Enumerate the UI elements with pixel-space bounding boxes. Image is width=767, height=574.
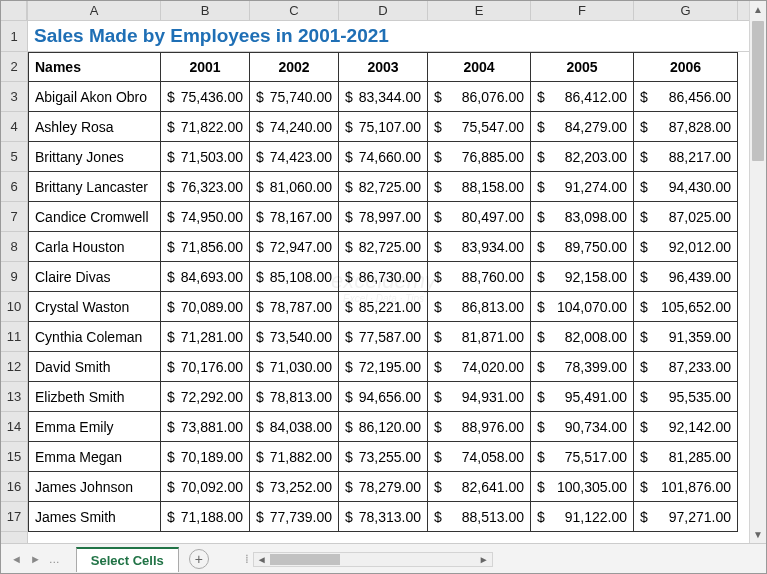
table-row[interactable]: Brittany Lancaster$76,323.00$81,060.00$8…	[28, 172, 749, 202]
row-header[interactable]: 5	[1, 142, 27, 172]
row-header[interactable]: 15	[1, 442, 27, 472]
row-header[interactable]: 4	[1, 112, 27, 142]
cell-name[interactable]: Ashley Rosa	[28, 112, 161, 142]
cell-value[interactable]: $87,025.00	[634, 202, 738, 232]
cell-value[interactable]: $72,947.00	[250, 232, 339, 262]
table-row[interactable]: James Johnson$70,092.00$73,252.00$78,279…	[28, 472, 749, 502]
column-header[interactable]: E	[428, 1, 531, 20]
cell-value[interactable]: $71,503.00	[161, 142, 250, 172]
row-header[interactable]: 8	[1, 232, 27, 262]
cell-value[interactable]: $86,412.00	[531, 82, 634, 112]
cell-value[interactable]: $86,076.00	[428, 82, 531, 112]
cell-name[interactable]: Emma Emily	[28, 412, 161, 442]
table-header-row[interactable]: Names200120022003200420052006	[28, 52, 749, 82]
cell-value[interactable]: $87,233.00	[634, 352, 738, 382]
row-header[interactable]: 3	[1, 82, 27, 112]
cell-value[interactable]: $94,656.00	[339, 382, 428, 412]
cell-value[interactable]: $75,436.00	[161, 82, 250, 112]
cell-value[interactable]: $73,540.00	[250, 322, 339, 352]
header-year[interactable]: 2006	[634, 52, 738, 82]
cell-name[interactable]: David Smith	[28, 352, 161, 382]
table-row[interactable]: Candice Cromwell$74,950.00$78,167.00$78,…	[28, 202, 749, 232]
cell-value[interactable]: $74,020.00	[428, 352, 531, 382]
header-year[interactable]: 2001	[161, 52, 250, 82]
row-header[interactable]: 13	[1, 382, 27, 412]
table-row[interactable]: Crystal Waston$70,089.00$78,787.00$85,22…	[28, 292, 749, 322]
cell-value[interactable]: $75,740.00	[250, 82, 339, 112]
cell-value[interactable]: $81,060.00	[250, 172, 339, 202]
table-row[interactable]: Abigail Akon Obro$75,436.00$75,740.00$83…	[28, 82, 749, 112]
cell-value[interactable]: $88,760.00	[428, 262, 531, 292]
select-all-corner[interactable]	[1, 1, 27, 21]
cell-value[interactable]: $74,240.00	[250, 112, 339, 142]
cell-value[interactable]: $91,122.00	[531, 502, 634, 532]
row-header[interactable]: 2	[1, 52, 27, 82]
cell-name[interactable]: Crystal Waston	[28, 292, 161, 322]
tab-nav-next-icon[interactable]: ►	[30, 553, 41, 565]
cell-value[interactable]: $75,517.00	[531, 442, 634, 472]
table-row[interactable]: Emma Megan$70,189.00$71,882.00$73,255.00…	[28, 442, 749, 472]
cell-value[interactable]: $88,513.00	[428, 502, 531, 532]
cell-value[interactable]: $88,158.00	[428, 172, 531, 202]
tab-nav-prev-icon[interactable]: ◄	[11, 553, 22, 565]
cell-value[interactable]: $82,008.00	[531, 322, 634, 352]
row-header[interactable]: 9	[1, 262, 27, 292]
cell-name[interactable]: Cynthia Coleman	[28, 322, 161, 352]
cell-value[interactable]: $71,882.00	[250, 442, 339, 472]
cell-value[interactable]: $91,359.00	[634, 322, 738, 352]
cell-value[interactable]: $97,271.00	[634, 502, 738, 532]
cell-value[interactable]: $71,281.00	[161, 322, 250, 352]
table-row[interactable]: David Smith$70,176.00$71,030.00$72,195.0…	[28, 352, 749, 382]
cell-value[interactable]: $87,828.00	[634, 112, 738, 142]
cell-value[interactable]: $74,423.00	[250, 142, 339, 172]
cell-value[interactable]: $71,822.00	[161, 112, 250, 142]
table-row[interactable]: James Smith$71,188.00$77,739.00$78,313.0…	[28, 502, 749, 532]
cell-value[interactable]: $82,725.00	[339, 232, 428, 262]
row-header[interactable]: 14	[1, 412, 27, 442]
cell-value[interactable]: $75,107.00	[339, 112, 428, 142]
cell-value[interactable]: $92,142.00	[634, 412, 738, 442]
cell-value[interactable]: $81,871.00	[428, 322, 531, 352]
cell-value[interactable]: $92,012.00	[634, 232, 738, 262]
cell-value[interactable]: $75,547.00	[428, 112, 531, 142]
cell-value[interactable]: $100,305.00	[531, 472, 634, 502]
cell-value[interactable]: $101,876.00	[634, 472, 738, 502]
scroll-down-icon[interactable]: ▼	[750, 526, 766, 543]
scroll-right-icon[interactable]: ►	[476, 554, 492, 565]
cell-value[interactable]: $88,976.00	[428, 412, 531, 442]
cell-value[interactable]: $84,693.00	[161, 262, 250, 292]
table-row[interactable]: Claire Divas$84,693.00$85,108.00$86,730.…	[28, 262, 749, 292]
cell-value[interactable]: $78,167.00	[250, 202, 339, 232]
splitter-grip-icon[interactable]: ⁞	[239, 552, 253, 566]
row-header[interactable]: 16	[1, 472, 27, 502]
row-header[interactable]: 11	[1, 322, 27, 352]
cell-name[interactable]: Carla Houston	[28, 232, 161, 262]
cell-value[interactable]: $104,070.00	[531, 292, 634, 322]
cell-value[interactable]: $70,089.00	[161, 292, 250, 322]
cell-value[interactable]: $83,098.00	[531, 202, 634, 232]
cell-value[interactable]: $82,641.00	[428, 472, 531, 502]
cell-value[interactable]: $78,279.00	[339, 472, 428, 502]
cell-value[interactable]: $70,092.00	[161, 472, 250, 502]
vertical-scrollbar[interactable]: ▲ ▼	[749, 1, 766, 543]
horizontal-scrollbar[interactable]: ◄ ►	[253, 552, 493, 567]
cell-value[interactable]: $85,108.00	[250, 262, 339, 292]
table-row[interactable]: Brittany Jones$71,503.00$74,423.00$74,66…	[28, 142, 749, 172]
cell-value[interactable]: $96,439.00	[634, 262, 738, 292]
cell-value[interactable]: $82,725.00	[339, 172, 428, 202]
cell-value[interactable]: $72,292.00	[161, 382, 250, 412]
scroll-up-icon[interactable]: ▲	[750, 1, 766, 18]
cell-value[interactable]: $71,188.00	[161, 502, 250, 532]
cell-value[interactable]: $92,158.00	[531, 262, 634, 292]
column-header[interactable]: G	[634, 1, 738, 20]
cell-value[interactable]: $78,813.00	[250, 382, 339, 412]
cell-name[interactable]: Candice Cromwell	[28, 202, 161, 232]
row-header[interactable]: 6	[1, 172, 27, 202]
table-row[interactable]: Ashley Rosa$71,822.00$74,240.00$75,107.0…	[28, 112, 749, 142]
cell-value[interactable]: $74,058.00	[428, 442, 531, 472]
table-row[interactable]: Emma Emily$73,881.00$84,038.00$86,120.00…	[28, 412, 749, 442]
title-row[interactable]: Sales Made by Employees in 2001-2021	[28, 21, 749, 52]
cell-grid[interactable]: Sales Made by Employees in 2001-2021 Nam…	[28, 21, 749, 532]
cell-value[interactable]: $74,660.00	[339, 142, 428, 172]
cell-value[interactable]: $71,856.00	[161, 232, 250, 262]
